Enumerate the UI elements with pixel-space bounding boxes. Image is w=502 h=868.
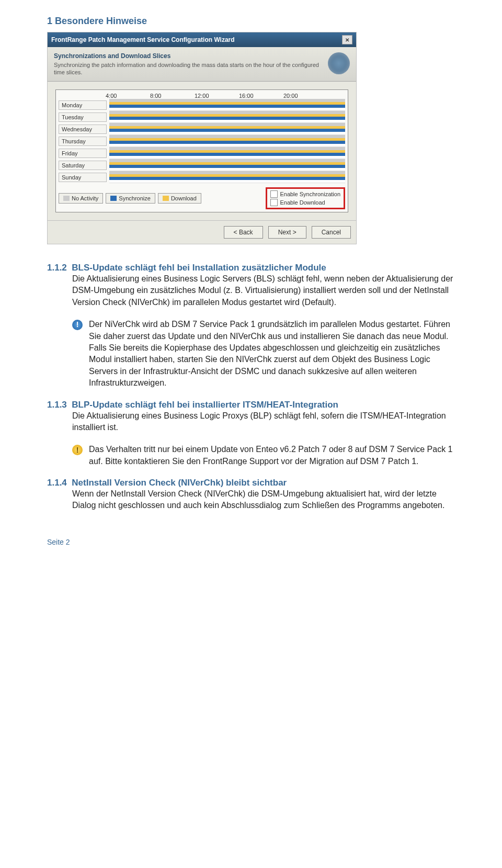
wizard-titlebar: FrontRange Patch Management Service Conf…: [48, 32, 356, 47]
note-text: Das Verhalten tritt nur bei einem Update…: [89, 445, 453, 465]
time-header: 16:00: [239, 93, 283, 99]
day-label: Thursday: [59, 137, 107, 146]
note-text: Der NiVerChk wird ab DSM 7 Service Pack …: [89, 320, 450, 387]
section-heading: 1.1.3 BLP-Update schlägt fehl bei instal…: [47, 400, 455, 410]
info-icon: !: [72, 320, 83, 330]
section-113: 1.1.3 BLP-Update schlägt fehl bei instal…: [47, 400, 455, 468]
schedule-grid: 4:00 8:00 12:00 16:00 20:00 Monday Tuesd…: [55, 89, 348, 212]
section-number: 1.1.3: [47, 400, 67, 410]
cancel-button[interactable]: Cancel: [312, 226, 351, 239]
section-title: BLP-Update schlägt fehl bei installierte…: [72, 400, 338, 410]
legend-download-button[interactable]: Download: [158, 193, 201, 204]
close-icon[interactable]: ✕: [342, 35, 352, 44]
time-header: 4:00: [106, 93, 150, 99]
page-footer: Seite 2: [47, 538, 455, 546]
time-header: 12:00: [195, 93, 239, 99]
globe-icon: [328, 52, 350, 74]
section-number: 1.1.4: [47, 478, 67, 488]
legend-label: Synchronize: [119, 195, 151, 201]
section-body: Wenn der NetInstall Version Check (NIVer…: [72, 488, 455, 512]
section-heading: 1.1.4 NetInstall Version Check (NIVerChk…: [47, 478, 455, 488]
warning-icon: !: [72, 445, 83, 455]
wizard-screenshot: FrontRange Patch Management Service Conf…: [47, 32, 357, 244]
time-header: 8:00: [150, 93, 195, 99]
legend-no-activity-button[interactable]: No Activity: [59, 193, 103, 204]
section-body: Die Aktualisierung eines Business Logic …: [72, 410, 455, 434]
wizard-panel-title: Synchronizations and Download Slices: [54, 52, 323, 60]
back-button[interactable]: < Back: [224, 226, 263, 239]
section-number: 1.1.2: [47, 263, 67, 273]
wizard-body: 4:00 8:00 12:00 16:00 20:00 Monday Tuesd…: [48, 82, 356, 220]
day-label: Friday: [59, 149, 107, 158]
day-label: Sunday: [59, 173, 107, 182]
legend-label: Download: [171, 195, 197, 201]
time-header: 20:00: [283, 93, 328, 99]
enable-sync-checkbox[interactable]: Enable Synchronization: [270, 190, 340, 198]
wizard-panel-desc: Synchronizing the patch information and …: [54, 62, 319, 75]
day-label: Saturday: [59, 161, 107, 170]
wizard-button-row: < Back Next > Cancel: [48, 220, 356, 244]
wizard-header: Synchronizations and Download Slices Syn…: [48, 47, 356, 82]
info-note: ! Der NiVerChk wird ab DSM 7 Service Pac…: [89, 319, 455, 389]
section-title: NetInstall Version Check (NIVerChk) blei…: [72, 478, 287, 488]
chapter-title: 1 Besondere Hinweise: [47, 16, 455, 27]
section-body: Die Aktualisierung eines Business Logic …: [72, 273, 455, 308]
section-heading: 1.1.2 BLS-Update schlägt fehl bei Instal…: [47, 263, 455, 273]
legend-synchronize-button[interactable]: Synchronize: [106, 193, 155, 204]
day-label: Tuesday: [59, 112, 107, 122]
time-header-row: 4:00 8:00 12:00 16:00 20:00: [106, 93, 345, 99]
legend-row: No Activity Synchronize Download Enable …: [59, 187, 345, 209]
enable-download-checkbox[interactable]: Enable Download: [270, 199, 340, 206]
section-112: 1.1.2 BLS-Update schlägt fehl bei Instal…: [47, 263, 455, 389]
enable-download-label: Enable Download: [280, 199, 325, 206]
enable-sync-label: Enable Synchronization: [280, 191, 340, 197]
day-label: Wednesday: [59, 125, 107, 134]
section-114: 1.1.4 NetInstall Version Check (NIVerChk…: [47, 478, 455, 512]
day-label: Monday: [59, 100, 107, 110]
next-button[interactable]: Next >: [268, 226, 306, 239]
enable-options-highlight: Enable Synchronization Enable Download: [266, 187, 345, 209]
wizard-window-title: FrontRange Patch Management Service Conf…: [51, 36, 235, 43]
warn-note: ! Das Verhalten tritt nur bei einem Upda…: [89, 444, 455, 467]
legend-label: No Activity: [72, 195, 98, 201]
section-title: BLS-Update schlägt fehl bei Installation…: [72, 263, 326, 273]
